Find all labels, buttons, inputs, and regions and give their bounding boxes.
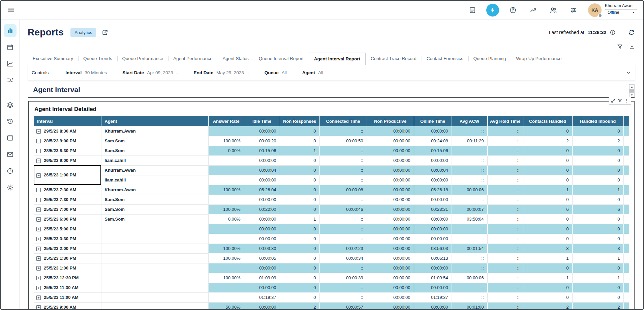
metric-cell[interactable]: 01:09:09 <box>244 273 280 283</box>
metric-cell[interactable]: 00:00:00 <box>367 302 414 310</box>
metric-cell[interactable]: :: <box>319 195 367 204</box>
metric-cell[interactable]: 0 <box>280 175 319 185</box>
tab-queue-performance[interactable]: Queue Performance <box>117 53 168 65</box>
metric-cell[interactable]: 1 <box>523 185 572 195</box>
metric-cell[interactable]: :: <box>452 253 487 263</box>
table-row[interactable]: −28/5/23 9:00 PMSam.Som100.00%00:00:2000… <box>34 136 629 146</box>
table-row[interactable]: +25/5/23 5:00 PM00:00:000::00:00:0000:00… <box>34 224 629 234</box>
metric-cell[interactable]: :: <box>487 156 523 165</box>
column-header-non-responses[interactable]: Non Responses <box>280 116 319 126</box>
table-row[interactable]: −29/5/23 8:30 AMKhurram.Awan00:00:000::0… <box>34 126 629 136</box>
metric-cell[interactable]: 100.00% <box>208 273 244 283</box>
notes-button[interactable] <box>466 4 479 17</box>
metric-cell[interactable]: :: <box>319 292 367 302</box>
metric-cell[interactable]: 1 <box>572 185 623 195</box>
metric-cell[interactable]: :: <box>487 146 523 156</box>
metric-cell[interactable]: 00:00:06 <box>452 273 487 283</box>
table-row[interactable]: +25/5/23 9:00 AM50.00%00:00:00200:00:570… <box>34 302 629 310</box>
metric-cell[interactable]: 2 <box>572 302 623 310</box>
metric-cell[interactable] <box>208 283 244 292</box>
metric-cell[interactable]: :: <box>487 136 523 146</box>
metric-cell[interactable]: 00:00:00 <box>367 136 414 146</box>
metric-cell[interactable] <box>623 283 629 292</box>
metric-cell[interactable]: 00:06:13 <box>414 253 452 263</box>
metric-cell[interactable]: 0 <box>572 156 623 165</box>
metric-cell[interactable]: :: <box>452 263 487 273</box>
metric-cell[interactable]: 1 <box>572 253 623 263</box>
expand-row-icon[interactable]: + <box>36 266 41 271</box>
interval-cell[interactable]: +25/5/23 2:00 PM <box>34 244 101 253</box>
metric-cell[interactable]: 00:00:00 <box>414 234 452 244</box>
agent-cell[interactable] <box>101 244 208 253</box>
metric-cell[interactable]: :: <box>452 146 487 156</box>
refresh-button[interactable] <box>628 29 635 36</box>
metric-cell[interactable] <box>208 175 244 185</box>
metric-cell[interactable]: 0 <box>280 234 319 244</box>
tab-agent-performance[interactable]: Agent Performance <box>168 53 217 65</box>
metric-cell[interactable]: 01:19:37 <box>414 292 452 302</box>
metric-cell[interactable]: :: <box>487 224 523 234</box>
metric-cell[interactable]: 0 <box>280 283 319 292</box>
collapse-row-icon[interactable]: − <box>36 129 41 134</box>
metric-cell[interactable]: 00:00:00 <box>367 175 414 185</box>
metric-cell[interactable]: 0 <box>280 185 319 195</box>
table-row[interactable]: −26/5/23 9:00 PMliam.cahill00:00:000::00… <box>34 156 629 165</box>
table-row[interactable]: +25/5/23 1:30 PM100.00%00:00:05000:00:34… <box>34 253 629 263</box>
metric-cell[interactable]: :: <box>452 126 487 136</box>
metric-cell[interactable] <box>623 204 629 214</box>
collapse-row-icon[interactable]: − <box>36 139 41 143</box>
table-row[interactable]: −26/5/23 7:30 AMKhurram.Awan100.00%05:26… <box>34 185 629 195</box>
column-header-answer-rate[interactable]: Answer Rate <box>208 116 244 126</box>
metric-cell[interactable]: 0 <box>523 214 572 224</box>
interval-cell[interactable]: +25/5/23 1:00 PM <box>34 263 101 273</box>
collapse-row-icon[interactable]: − <box>36 149 41 153</box>
metric-cell[interactable]: :: <box>319 263 367 273</box>
expand-button[interactable] <box>611 98 616 103</box>
sidebar-item-mail[interactable] <box>4 148 17 161</box>
metric-cell[interactable]: :: <box>452 156 487 165</box>
metric-cell[interactable]: 2 <box>572 136 623 146</box>
metric-cell[interactable]: :: <box>487 302 523 310</box>
table-row[interactable]: −26/5/23 1:00 PMKhurram.Awan00:00:040::0… <box>34 165 629 175</box>
metric-cell[interactable]: 0 <box>572 224 623 234</box>
metric-cell[interactable]: 0 <box>280 292 319 302</box>
metric-cell[interactable] <box>208 195 244 204</box>
vertical-scrollbar[interactable]: ▲ ▼ <box>629 84 635 97</box>
expand-row-icon[interactable]: + <box>36 295 41 300</box>
metric-cell[interactable]: :: <box>487 165 523 175</box>
metric-cell[interactable]: 00:01:00 <box>452 302 487 310</box>
interval-cell[interactable]: +25/5/23 11:30 AM <box>34 283 101 292</box>
metric-cell[interactable]: 0 <box>523 146 572 156</box>
metric-cell[interactable]: 00:00:00 <box>367 156 414 165</box>
interval-cell[interactable]: −26/5/23 7:30 AM <box>34 185 101 195</box>
metric-cell[interactable]: 00:00:00 <box>244 126 280 136</box>
filter-agent[interactable]: AgentAll <box>302 70 323 75</box>
metric-cell[interactable]: 00:00:00 <box>414 156 452 165</box>
metric-cell[interactable]: 00:00:00 <box>367 146 414 156</box>
filter-start-date[interactable]: Start DateApr 09, 2023 ... <box>122 70 178 75</box>
filter-queue[interactable]: QueueAll <box>265 70 287 75</box>
metric-cell[interactable]: 00:00:00 <box>244 302 280 310</box>
table-row[interactable]: −25/5/23 6:00 PMSam.Som0.00%00:00:001::0… <box>34 214 629 224</box>
metric-cell[interactable]: :: <box>319 214 367 224</box>
tab-queue-interval-report[interactable]: Queue Interval Report <box>254 53 309 65</box>
metric-cell[interactable] <box>623 234 629 244</box>
metric-cell[interactable]: 00:00:00 <box>367 224 414 234</box>
column-header-non-productive[interactable]: Non Productive <box>367 116 414 126</box>
expand-row-icon[interactable]: + <box>36 276 41 280</box>
metric-cell[interactable]: 0 <box>572 214 623 224</box>
interval-cell[interactable]: −28/5/23 8:30 PM <box>34 146 101 156</box>
metric-cell[interactable]: 00:00:57 <box>319 302 367 310</box>
scrollbar-thumb[interactable] <box>629 89 635 92</box>
metric-cell[interactable]: 00:00:00 <box>244 156 280 165</box>
metric-cell[interactable]: 1 <box>523 273 572 283</box>
metric-cell[interactable]: 0 <box>280 253 319 263</box>
table-row[interactable]: +25/5/23 11:00 AM01:19:370::00:00:0001:1… <box>34 292 629 302</box>
agent-cell[interactable] <box>101 292 208 302</box>
table-row[interactable]: +25/5/23 1:00 PM00:00:000::00:00:0000:00… <box>34 263 629 273</box>
metric-cell[interactable] <box>623 224 629 234</box>
agent-cell[interactable]: liam.cahill <box>101 175 208 185</box>
tab-contact-forensics[interactable]: Contact Forensics <box>422 53 468 65</box>
open-external-button[interactable] <box>101 29 109 36</box>
metric-cell[interactable]: 0 <box>523 175 572 185</box>
